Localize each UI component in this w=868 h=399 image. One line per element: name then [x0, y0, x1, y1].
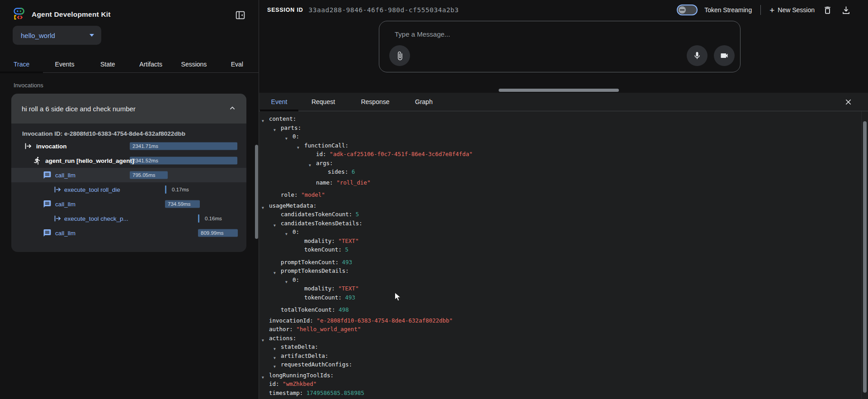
json-line-0[interactable]: ▼0: — [259, 276, 862, 285]
json-key: args: — [316, 160, 333, 166]
message-input[interactable]: Type a Message... — [395, 30, 450, 38]
json-line-id: id: "wmZhkbed" — [259, 380, 862, 389]
json-key: sides: — [328, 168, 348, 175]
sidebar-tab-sessions[interactable]: Sessions — [172, 56, 215, 72]
trace-span-call-llm[interactable]: call_llm795.05ms — [11, 168, 246, 182]
json-value: 498 — [335, 306, 349, 313]
sidebar-tab-eval[interactable]: Eval — [216, 56, 259, 72]
event-tab-event[interactable]: Event — [260, 93, 298, 111]
json-line-usageMetadata[interactable]: ▼usageMetadata: — [259, 201, 862, 210]
invocation-id-label: Invocation ID: e-2808fd10-6383-4754-8de4… — [22, 130, 246, 137]
json-line-promptTokensDetails[interactable]: ▼promptTokensDetails: — [259, 266, 862, 276]
sidebar: Agent Development Kit hello_world TraceE… — [0, 0, 259, 399]
chevron-down-icon — [90, 34, 94, 37]
json-line-0[interactable]: ▼0: — [259, 132, 862, 141]
json-key: promptTokenCount: — [281, 259, 339, 266]
span-duration-text: 0.16ms — [205, 216, 222, 221]
sidebar-scrollbar[interactable] — [255, 145, 258, 239]
json-key: 0: — [292, 228, 299, 235]
json-line-promptTokenCount: promptTokenCount: 493 — [259, 258, 862, 267]
json-line-0[interactable]: ▼0: — [259, 228, 862, 237]
json-key: tokenCount: — [304, 294, 342, 301]
sidebar-tabs: TraceEventsStateArtifactsSessionsEval — [0, 56, 259, 73]
json-key: tokenCount: — [304, 246, 342, 253]
collapse-sidebar-icon[interactable] — [234, 9, 246, 21]
session-id-label: SESSION ID — [267, 7, 303, 13]
vertical-scrollbar-thumb[interactable] — [863, 121, 867, 393]
chevron-up-icon[interactable] — [227, 103, 237, 114]
json-line-modality: modality: "TEXT" — [259, 284, 862, 293]
sidebar-tab-trace[interactable]: Trace — [0, 56, 43, 72]
event-tab-response[interactable]: Response — [348, 93, 402, 111]
adk-web-app: Agent Development Kit hello_world TraceE… — [0, 0, 868, 399]
attach-file-button[interactable] — [389, 45, 410, 66]
microphone-button[interactable] — [687, 45, 708, 66]
sidebar-tab-artifacts[interactable]: Artifacts — [129, 56, 172, 72]
span-duration-bar: 2341.52ms — [130, 157, 237, 165]
invocation-query-header[interactable]: hi roll a 6 side dice and check number — [11, 94, 246, 124]
json-value: "hello_world_agent" — [293, 326, 361, 332]
agent-selector-value: hello_world — [21, 32, 55, 39]
json-key: name: — [316, 179, 333, 186]
json-key: totalTokenCount: — [281, 306, 335, 313]
json-line-tokenCount: tokenCount: 493 — [259, 293, 862, 302]
delete-session-icon[interactable] — [821, 4, 833, 16]
span-duration-tick — [165, 185, 166, 194]
json-line-args[interactable]: ▼args: — [259, 159, 862, 168]
span-duration-bar: 795.05ms — [130, 171, 168, 179]
span-duration-text: 0.17ms — [172, 187, 189, 192]
sidebar-tab-state[interactable]: State — [86, 56, 129, 72]
json-key: parts: — [281, 124, 301, 131]
trace-span-invocation[interactable]: invocation2341.71ms — [11, 139, 246, 153]
trace-span-execute-tool-check-p-[interactable]: execute_tool check_p...0.16ms — [11, 211, 246, 226]
json-value: "TEXT" — [335, 238, 359, 244]
invocation-card: hi roll a 6 side dice and check number I… — [11, 94, 246, 252]
json-line-requestedAuthConfigs[interactable]: ▼requestedAuthConfigs: — [259, 360, 862, 369]
json-key: artifactDelta: — [281, 352, 328, 359]
video-button[interactable] — [714, 45, 735, 66]
json-key: modality: — [304, 238, 335, 244]
json-line-longRunningToolIds[interactable]: ▼longRunningToolIds: — [259, 371, 862, 380]
collapse-caret-icon[interactable]: ▼ — [274, 362, 276, 371]
trace-span-execute-tool-roll-die[interactable]: execute_tool roll_die0.17ms — [11, 182, 246, 197]
json-key: id: — [269, 380, 279, 387]
new-session-button[interactable]: + New Session — [769, 6, 815, 14]
json-key: usageMetadata: — [269, 202, 316, 209]
message-input-card: Type a Message... — [379, 21, 741, 72]
json-key: candidatesTokenCount: — [281, 211, 352, 218]
span-label: call_llm — [55, 201, 75, 208]
span-duration-bar: 809.99ms — [198, 229, 238, 237]
topbar-divider — [760, 5, 761, 15]
json-line-stateDelta[interactable]: ▼stateDelta: — [259, 342, 862, 352]
json-line-content[interactable]: ▼content: — [259, 114, 862, 124]
json-line-actions[interactable]: ▼actions: — [259, 334, 862, 343]
arrow-icon — [53, 185, 62, 194]
json-key: 0: — [292, 276, 299, 283]
json-key: timestamp: — [269, 390, 303, 396]
close-panel-icon[interactable] — [843, 97, 853, 107]
trace-span-agent-run-hello-world-agent-[interactable]: agent_run [hello_world_agent]2341.52ms — [11, 153, 246, 168]
json-line-modality: modality: "TEXT" — [259, 237, 862, 246]
token-streaming-toggle[interactable] — [677, 5, 698, 15]
json-value: "e-2808fd10-6383-4754-8de4-632af8022dbb" — [313, 317, 453, 324]
agent-selector-dropdown[interactable]: hello_world — [13, 26, 101, 45]
json-line-artifactDelta[interactable]: ▼artifactDelta: — [259, 352, 862, 361]
export-session-icon[interactable] — [840, 4, 852, 16]
json-line-candidatesTokensDetails[interactable]: ▼candidatesTokensDetails: — [259, 219, 862, 228]
event-tab-graph[interactable]: Graph — [402, 93, 445, 111]
trace-span-list: invocation2341.71msagent_run [hello_worl… — [11, 139, 246, 240]
runner-icon — [33, 157, 42, 165]
event-tab-request[interactable]: Request — [298, 93, 348, 111]
json-line-functionCall[interactable]: ▼functionCall: — [259, 141, 862, 150]
trace-span-call-llm[interactable]: call_llm809.99ms — [11, 226, 246, 240]
adk-logo-icon — [13, 7, 26, 22]
json-line-parts[interactable]: ▼parts: — [259, 124, 862, 133]
span-label: call_llm — [55, 172, 75, 179]
horizontal-scrollbar[interactable] — [499, 89, 619, 92]
json-line-role: role: "model" — [259, 190, 862, 200]
json-line-tokenCount: tokenCount: 5 — [259, 245, 862, 254]
vertical-scrollbar-track — [861, 111, 868, 399]
sidebar-tab-events[interactable]: Events — [43, 56, 86, 72]
arrow-icon — [53, 214, 62, 223]
trace-span-call-llm[interactable]: call_llm734.59ms — [11, 197, 246, 211]
